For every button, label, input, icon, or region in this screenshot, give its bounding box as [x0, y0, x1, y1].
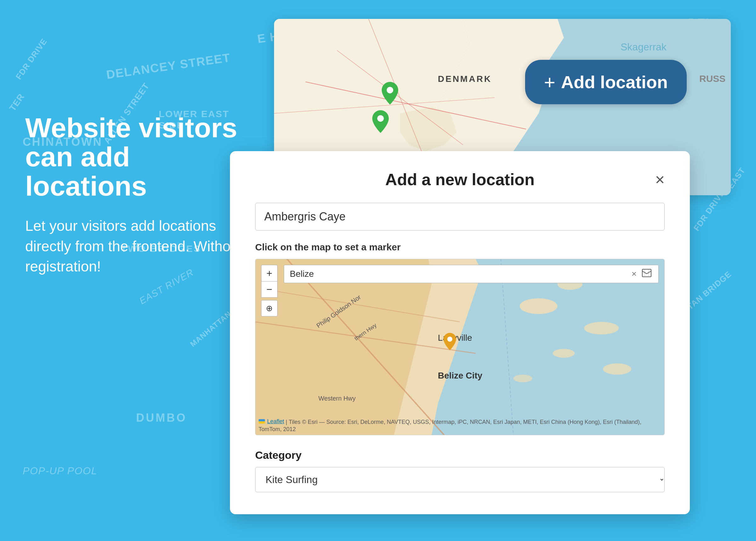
modal-close-button[interactable]: × — [655, 171, 665, 188]
street-label-delancey: Delancey Street — [106, 51, 231, 82]
location-name-input[interactable] — [255, 203, 665, 231]
sub-text: Let your visitors add locations directly… — [25, 216, 246, 276]
locate-button[interactable]: ⊕ — [261, 300, 278, 316]
mini-map[interactable]: Ladyville Belize City Philip Goldson Nor… — [255, 259, 665, 435]
category-section: Category Kite Surfing Surfing Swimming D… — [255, 449, 665, 492]
svg-text:Skagerrak: Skagerrak — [620, 41, 667, 53]
svg-point-15 — [520, 298, 557, 314]
map-instruction: Click on the map to set a marker — [255, 242, 665, 253]
zoom-controls: + − ⊕ — [261, 265, 278, 316]
add-location-button[interactable]: + Add location — [525, 60, 687, 104]
street-label-popup-pool: Pop-Up Pool — [23, 465, 97, 477]
street-label-dumbo: DUMBO — [136, 411, 187, 424]
leaflet-link[interactable]: Leaflet — [267, 418, 284, 425]
svg-point-17 — [584, 322, 619, 334]
plus-icon: + — [544, 72, 555, 92]
zoom-out-button[interactable]: − — [261, 281, 278, 297]
svg-point-18 — [553, 349, 575, 358]
add-location-label: Add location — [561, 72, 668, 92]
map-marker-1 — [381, 82, 399, 105]
street-label-ter: TER — [8, 92, 27, 113]
gold-map-marker — [443, 333, 456, 350]
map-attribution-text: | Tiles © Esri — Source: Esri, DeLorme, … — [259, 418, 641, 432]
svg-point-30 — [447, 337, 452, 342]
main-heading: Website visitors can add locations — [25, 113, 246, 201]
svg-rect-27 — [642, 269, 651, 277]
locate-icon: ⊕ — [266, 303, 273, 313]
map-search-clear-button[interactable]: × — [632, 269, 637, 279]
svg-point-10 — [378, 115, 384, 122]
zoom-in-button[interactable]: + — [261, 265, 278, 281]
mini-map-svg: Ladyville Belize City Philip Goldson Nor… — [256, 259, 664, 435]
category-label: Category — [255, 449, 665, 461]
category-select[interactable]: Kite Surfing Surfing Swimming Diving — [255, 467, 665, 492]
svg-point-20 — [513, 375, 532, 382]
left-content: Website visitors can add locations Let y… — [25, 113, 246, 276]
map-search-input[interactable] — [284, 265, 659, 283]
modal-title: Add a new location — [385, 170, 534, 189]
add-location-modal: Add a new location × Click on the map to… — [230, 151, 690, 514]
svg-text:Western Hwy: Western Hwy — [319, 395, 356, 402]
map-search-bar: × — [284, 265, 659, 283]
svg-text:Belize City: Belize City — [438, 371, 482, 380]
street-label-fdr: FDR Drive — [14, 37, 49, 81]
svg-point-9 — [387, 87, 393, 94]
map-search-icon[interactable] — [641, 268, 652, 281]
map-attribution: Leaflet | Tiles © Esri — Source: Esri, D… — [259, 418, 664, 433]
svg-point-19 — [603, 363, 631, 375]
svg-text:RUSS: RUSS — [699, 73, 725, 84]
modal-header: Add a new location × — [255, 170, 665, 189]
map-marker-2 — [372, 110, 389, 133]
svg-text:DENMARK: DENMARK — [438, 74, 492, 84]
